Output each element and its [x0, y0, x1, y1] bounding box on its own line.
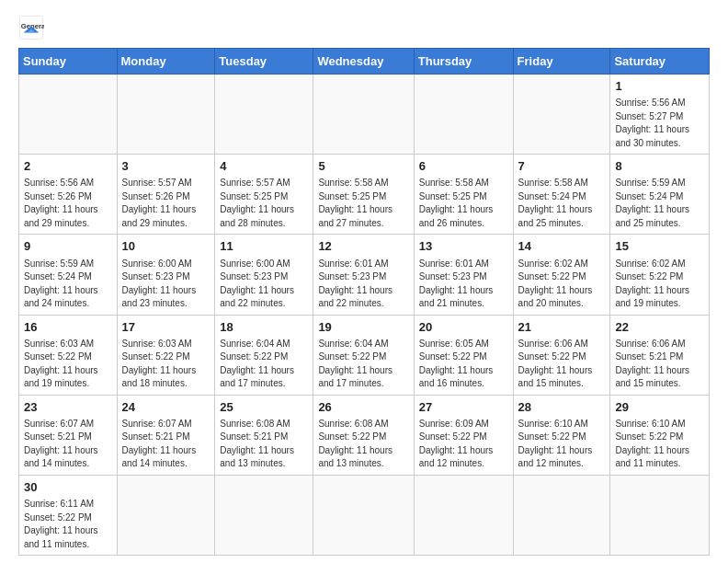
- dow-tuesday: Tuesday: [215, 49, 313, 75]
- day-number: 5: [318, 158, 408, 175]
- calendar-cell: 14Sunrise: 6:02 AM Sunset: 5:22 PM Dayli…: [513, 235, 610, 315]
- calendar-cell: 25Sunrise: 6:08 AM Sunset: 5:21 PM Dayli…: [215, 395, 313, 475]
- calendar-cell: 4Sunrise: 5:57 AM Sunset: 5:25 PM Daylig…: [215, 155, 313, 235]
- day-number: 29: [615, 399, 704, 416]
- day-info: Sunrise: 6:07 AM Sunset: 5:21 PM Dayligh…: [122, 418, 210, 471]
- calendar-cell: 15Sunrise: 6:02 AM Sunset: 5:22 PM Dayli…: [610, 235, 710, 315]
- calendar-cell: 2Sunrise: 5:56 AM Sunset: 5:26 PM Daylig…: [19, 155, 118, 235]
- day-info: Sunrise: 6:01 AM Sunset: 5:23 PM Dayligh…: [318, 258, 408, 311]
- day-number: 11: [220, 238, 308, 255]
- day-info: Sunrise: 6:01 AM Sunset: 5:23 PM Dayligh…: [419, 258, 508, 311]
- day-number: 25: [220, 399, 308, 416]
- day-number: 19: [318, 319, 408, 336]
- day-number: 14: [518, 238, 606, 255]
- day-number: 6: [419, 158, 508, 175]
- day-info: Sunrise: 6:06 AM Sunset: 5:21 PM Dayligh…: [615, 338, 704, 391]
- calendar-cell: [117, 475, 215, 555]
- day-info: Sunrise: 6:03 AM Sunset: 5:22 PM Dayligh…: [24, 338, 112, 391]
- calendar-week-3: 16Sunrise: 6:03 AM Sunset: 5:22 PM Dayli…: [19, 315, 710, 395]
- calendar-cell: 24Sunrise: 6:07 AM Sunset: 5:21 PM Dayli…: [117, 395, 215, 475]
- day-info: Sunrise: 6:09 AM Sunset: 5:22 PM Dayligh…: [419, 418, 508, 471]
- calendar-cell: [313, 475, 414, 555]
- calendar-cell: [313, 75, 414, 155]
- calendar-cell: 12Sunrise: 6:01 AM Sunset: 5:23 PM Dayli…: [313, 235, 414, 315]
- calendar-week-1: 2Sunrise: 5:56 AM Sunset: 5:26 PM Daylig…: [19, 155, 710, 235]
- dow-monday: Monday: [117, 49, 215, 75]
- dow-sunday: Sunday: [19, 49, 118, 75]
- calendar-cell: 7Sunrise: 5:58 AM Sunset: 5:24 PM Daylig…: [513, 155, 610, 235]
- day-info: Sunrise: 6:08 AM Sunset: 5:21 PM Dayligh…: [220, 418, 308, 471]
- calendar-cell: 20Sunrise: 6:05 AM Sunset: 5:22 PM Dayli…: [414, 315, 513, 395]
- day-number: 8: [615, 158, 704, 175]
- day-info: Sunrise: 5:56 AM Sunset: 5:27 PM Dayligh…: [615, 97, 704, 150]
- day-of-week-row: SundayMondayTuesdayWednesdayThursdayFrid…: [19, 49, 710, 75]
- calendar-cell: [513, 75, 610, 155]
- day-number: 28: [518, 399, 606, 416]
- calendar-cell: [414, 75, 513, 155]
- day-info: Sunrise: 5:56 AM Sunset: 5:26 PM Dayligh…: [24, 177, 112, 230]
- day-number: 4: [220, 158, 308, 175]
- day-number: 2: [24, 158, 112, 175]
- calendar-cell: [215, 475, 313, 555]
- day-number: 21: [518, 319, 606, 336]
- calendar-week-5: 30Sunrise: 6:11 AM Sunset: 5:22 PM Dayli…: [19, 475, 710, 555]
- day-info: Sunrise: 5:58 AM Sunset: 5:25 PM Dayligh…: [318, 177, 408, 230]
- calendar-cell: 5Sunrise: 5:58 AM Sunset: 5:25 PM Daylig…: [313, 155, 414, 235]
- calendar-table: SundayMondayTuesdayWednesdayThursdayFrid…: [18, 48, 710, 556]
- calendar-week-4: 23Sunrise: 6:07 AM Sunset: 5:21 PM Dayli…: [19, 395, 710, 475]
- calendar-cell: 17Sunrise: 6:03 AM Sunset: 5:22 PM Dayli…: [117, 315, 215, 395]
- day-number: 10: [122, 238, 210, 255]
- calendar-cell: [610, 475, 710, 555]
- day-number: 27: [419, 399, 508, 416]
- day-info: Sunrise: 6:00 AM Sunset: 5:23 PM Dayligh…: [122, 258, 210, 311]
- calendar-cell: 23Sunrise: 6:07 AM Sunset: 5:21 PM Dayli…: [19, 395, 118, 475]
- day-number: 9: [24, 238, 112, 255]
- calendar-header: SundayMondayTuesdayWednesdayThursdayFrid…: [19, 49, 710, 75]
- calendar-cell: 18Sunrise: 6:04 AM Sunset: 5:22 PM Dayli…: [215, 315, 313, 395]
- day-info: Sunrise: 6:10 AM Sunset: 5:22 PM Dayligh…: [615, 418, 704, 471]
- calendar-cell: 13Sunrise: 6:01 AM Sunset: 5:23 PM Dayli…: [414, 235, 513, 315]
- day-number: 30: [24, 479, 112, 496]
- day-info: Sunrise: 6:04 AM Sunset: 5:22 PM Dayligh…: [220, 338, 308, 391]
- day-info: Sunrise: 6:10 AM Sunset: 5:22 PM Dayligh…: [518, 418, 606, 471]
- calendar-cell: 16Sunrise: 6:03 AM Sunset: 5:22 PM Dayli…: [19, 315, 118, 395]
- day-info: Sunrise: 6:08 AM Sunset: 5:22 PM Dayligh…: [318, 418, 408, 471]
- calendar-cell: 21Sunrise: 6:06 AM Sunset: 5:22 PM Dayli…: [513, 315, 610, 395]
- calendar-cell: [215, 75, 313, 155]
- calendar-cell: 11Sunrise: 6:00 AM Sunset: 5:23 PM Dayli…: [215, 235, 313, 315]
- day-info: Sunrise: 6:04 AM Sunset: 5:22 PM Dayligh…: [318, 338, 408, 391]
- calendar-cell: 9Sunrise: 5:59 AM Sunset: 5:24 PM Daylig…: [19, 235, 118, 315]
- logo: General: [18, 15, 48, 40]
- day-info: Sunrise: 5:58 AM Sunset: 5:25 PM Dayligh…: [419, 177, 508, 230]
- day-number: 20: [419, 319, 508, 336]
- calendar-cell: 22Sunrise: 6:06 AM Sunset: 5:21 PM Dayli…: [610, 315, 710, 395]
- dow-saturday: Saturday: [610, 49, 710, 75]
- day-info: Sunrise: 6:11 AM Sunset: 5:22 PM Dayligh…: [24, 498, 112, 551]
- calendar-cell: 8Sunrise: 5:59 AM Sunset: 5:24 PM Daylig…: [610, 155, 710, 235]
- calendar-cell: 27Sunrise: 6:09 AM Sunset: 5:22 PM Dayli…: [414, 395, 513, 475]
- day-info: Sunrise: 6:00 AM Sunset: 5:23 PM Dayligh…: [220, 258, 308, 311]
- calendar-cell: 28Sunrise: 6:10 AM Sunset: 5:22 PM Dayli…: [513, 395, 610, 475]
- calendar-cell: 10Sunrise: 6:00 AM Sunset: 5:23 PM Dayli…: [117, 235, 215, 315]
- day-info: Sunrise: 6:05 AM Sunset: 5:22 PM Dayligh…: [419, 338, 508, 391]
- day-number: 24: [122, 399, 210, 416]
- day-info: Sunrise: 6:03 AM Sunset: 5:22 PM Dayligh…: [122, 338, 210, 391]
- day-info: Sunrise: 5:59 AM Sunset: 5:24 PM Dayligh…: [615, 177, 704, 230]
- calendar-cell: [513, 475, 610, 555]
- day-number: 26: [318, 399, 408, 416]
- day-info: Sunrise: 6:02 AM Sunset: 5:22 PM Dayligh…: [518, 258, 606, 311]
- day-number: 7: [518, 158, 606, 175]
- day-number: 15: [615, 238, 704, 255]
- calendar-week-0: 1Sunrise: 5:56 AM Sunset: 5:27 PM Daylig…: [19, 75, 710, 155]
- calendar-cell: [19, 75, 118, 155]
- day-number: 1: [615, 78, 704, 95]
- calendar-cell: 1Sunrise: 5:56 AM Sunset: 5:27 PM Daylig…: [610, 75, 710, 155]
- day-number: 13: [419, 238, 508, 255]
- calendar-week-2: 9Sunrise: 5:59 AM Sunset: 5:24 PM Daylig…: [19, 235, 710, 315]
- day-info: Sunrise: 6:07 AM Sunset: 5:21 PM Dayligh…: [24, 418, 112, 471]
- calendar-cell: 6Sunrise: 5:58 AM Sunset: 5:25 PM Daylig…: [414, 155, 513, 235]
- day-number: 18: [220, 319, 308, 336]
- day-number: 22: [615, 319, 704, 336]
- day-info: Sunrise: 5:58 AM Sunset: 5:24 PM Dayligh…: [518, 177, 606, 230]
- day-number: 12: [318, 238, 408, 255]
